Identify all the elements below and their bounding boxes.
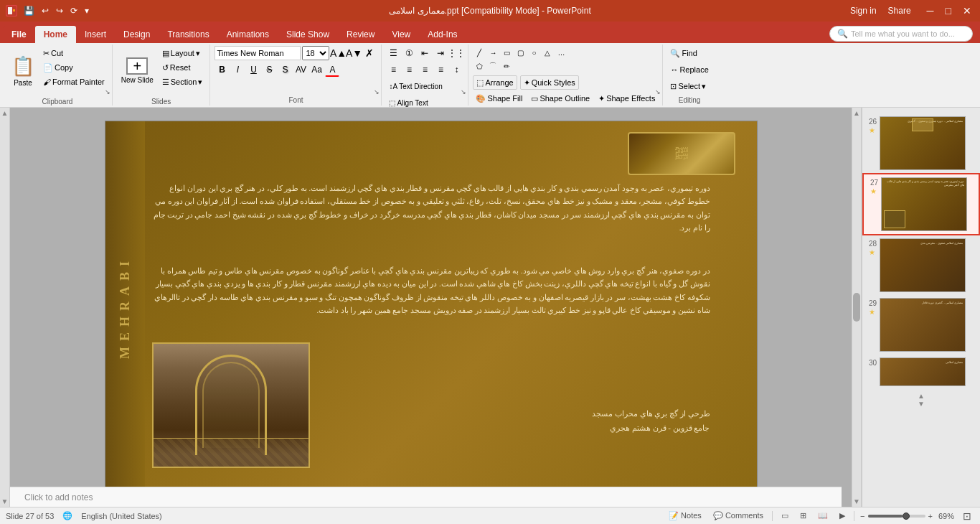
- shape-effects-button[interactable]: ✦ Shape Effects: [595, 91, 658, 106]
- section-button[interactable]: ☰ Section ▾: [159, 75, 206, 89]
- paragraph-expand-button[interactable]: ↘: [461, 88, 466, 95]
- replace-button[interactable]: ↔ Replace: [667, 62, 711, 77]
- zoom-in-button[interactable]: +: [928, 512, 933, 520]
- tab-addins[interactable]: Add-Ins: [419, 26, 466, 43]
- clear-format-button[interactable]: ✗: [362, 46, 377, 60]
- quick-styles-button[interactable]: ✦ Quick Styles: [520, 75, 579, 90]
- font-expand-button[interactable]: ↘: [374, 88, 380, 95]
- right-scroll-thumb[interactable]: [853, 293, 860, 322]
- decrease-indent-button[interactable]: ⇤: [418, 46, 432, 60]
- new-slide-button[interactable]: + New Slide: [117, 46, 158, 96]
- thumb-scroll-up-btn[interactable]: ▲: [918, 392, 925, 400]
- share-button[interactable]: Share: [888, 6, 911, 16]
- add-notes-area[interactable]: Click to add notes: [10, 487, 842, 507]
- font-name-input[interactable]: [215, 46, 301, 60]
- thumb-28-img[interactable]: معماری اسلامی صفوی - مقرنس بندی: [880, 238, 966, 292]
- shape-arrow[interactable]: →: [486, 46, 499, 59]
- drawing-expand-button[interactable]: ↘: [655, 88, 661, 95]
- shape-more[interactable]: …: [555, 46, 567, 59]
- shape-freeform[interactable]: ✏: [500, 60, 513, 72]
- thumb-29-img[interactable]: معماری اسلامی - گچبری دوره قاجار: [880, 298, 966, 352]
- thumbnail-28[interactable]: 28 ★ معماری اسلامی صفوی - مقرنس بندی: [862, 235, 980, 295]
- increase-indent-button[interactable]: ⇥: [433, 46, 448, 60]
- align-left-button[interactable]: ≡: [386, 62, 400, 77]
- tab-animations[interactable]: Animations: [218, 26, 278, 43]
- save-button[interactable]: 💾: [22, 4, 37, 17]
- char-spacing-button[interactable]: AV: [293, 62, 308, 77]
- numbering-button[interactable]: ①: [402, 46, 416, 60]
- underline-button[interactable]: U: [246, 62, 260, 77]
- shape-line[interactable]: ╱: [473, 46, 486, 59]
- shape-rounded[interactable]: ▢: [514, 46, 527, 59]
- thumb-scroll-down-btn[interactable]: ▼: [918, 400, 925, 408]
- shape-triangle[interactable]: △: [541, 46, 554, 59]
- bold-button[interactable]: B: [215, 62, 229, 77]
- italic-button[interactable]: I: [230, 62, 245, 77]
- justify-button[interactable]: ≡: [433, 62, 448, 77]
- slide-text-para2[interactable]: در دوره صفوي، هنر گچ بري وارد روش هاي خا…: [152, 265, 710, 318]
- copy-button[interactable]: 📄 Copy: [40, 60, 108, 75]
- thumb-27-img[interactable]: دوره تيموري، عصر به وجود آمدن رسمي بندي …: [881, 177, 967, 231]
- restore-button[interactable]: □: [943, 5, 954, 17]
- right-scroll-thumb-area[interactable]: [853, 117, 860, 497]
- thumb-26-img[interactable]: معماری اسلامی - دوره تیموری و صفوی - گچب…: [880, 116, 966, 170]
- strikethrough-button[interactable]: S: [262, 62, 276, 77]
- slide-canvas[interactable]: MEHRABI ﷽ دوره تيموري، عصر به وجود آمدن …: [105, 121, 758, 494]
- zoom-level[interactable]: 69%: [938, 512, 954, 520]
- normal-view-button[interactable]: ▭: [778, 510, 791, 521]
- zoom-out-button[interactable]: −: [860, 512, 864, 520]
- shape-rect[interactable]: ▭: [500, 46, 513, 59]
- tab-design[interactable]: Design: [115, 26, 159, 43]
- thumbnail-29[interactable]: 29 ★ معماری اسلامی - گچبری دوره قاجار: [862, 295, 980, 355]
- arrange-button[interactable]: ⬚ Arrange: [473, 75, 517, 90]
- right-scroll-up[interactable]: ▲: [853, 109, 860, 117]
- fit-button[interactable]: ⊡: [960, 510, 974, 523]
- comments-button[interactable]: 💬 Comments: [710, 510, 766, 521]
- minimize-button[interactable]: ─: [924, 5, 937, 17]
- font-size-decrease-button[interactable]: A▼: [347, 46, 361, 60]
- reset-button[interactable]: ↺ Reset: [159, 60, 206, 75]
- change-case-button[interactable]: Aa: [309, 62, 324, 77]
- layout-button[interactable]: ▤ Layout ▾: [159, 46, 206, 60]
- font-size-select[interactable]: 18 24 36: [302, 46, 329, 60]
- undo-button[interactable]: ↩: [39, 4, 51, 17]
- select-button[interactable]: ⊡ Select ▾: [667, 79, 711, 93]
- shape-fill-button[interactable]: 🎨 Shape Fill: [473, 91, 525, 106]
- zoom-handle[interactable]: [903, 513, 910, 520]
- reading-view-button[interactable]: 📖: [815, 510, 831, 521]
- right-scroll-down[interactable]: ▼: [853, 497, 860, 505]
- tab-insert[interactable]: Insert: [76, 26, 115, 43]
- tab-slideshow[interactable]: Slide Show: [278, 26, 338, 43]
- notes-button[interactable]: 📝 Notes: [666, 510, 705, 521]
- align-center-button[interactable]: ≡: [402, 62, 416, 77]
- slide-sorter-button[interactable]: ⊞: [797, 510, 809, 521]
- line-spacing-button[interactable]: ↕: [449, 62, 463, 77]
- columns-button[interactable]: ⋮⋮: [449, 46, 463, 60]
- shape-pentagon[interactable]: ⬠: [473, 60, 486, 72]
- font-color-button[interactable]: A: [325, 62, 339, 77]
- format-painter-button[interactable]: 🖌 Format Painter: [40, 75, 108, 89]
- tab-transitions[interactable]: Transitions: [159, 26, 217, 43]
- slide-text-para1[interactable]: دوره تيموري، عصر به وجود آمدن رسمي بندي …: [152, 182, 710, 235]
- slide-edit-area[interactable]: MEHRABI ﷽ دوره تيموري، عصر به وجود آمدن …: [10, 108, 852, 507]
- thumbnail-30[interactable]: 30 ★ معماری اسلامی: [862, 355, 980, 389]
- tell-me-input[interactable]: Tell me what you want to do...: [851, 29, 955, 38]
- thumbnail-26[interactable]: 26 ★ معماری اسلامی - دوره تیموری و صفوی …: [862, 113, 980, 173]
- customize-qat-button[interactable]: ▾: [83, 4, 91, 17]
- paste-button[interactable]: 📋 Paste: [7, 46, 39, 96]
- text-shadow-button[interactable]: S: [278, 62, 292, 77]
- scroll-up-button[interactable]: ▲: [1, 109, 9, 117]
- scroll-down-button[interactable]: ▼: [1, 497, 9, 505]
- cut-button[interactable]: ✂ Cut: [40, 46, 108, 60]
- replay-button[interactable]: ⟳: [68, 4, 80, 17]
- redo-button[interactable]: ↪: [54, 4, 65, 17]
- find-button[interactable]: 🔍 Find: [667, 46, 711, 60]
- slideshow-button[interactable]: ▶: [837, 510, 848, 521]
- tab-view[interactable]: View: [383, 26, 419, 43]
- shape-curve[interactable]: ⌒: [486, 60, 499, 72]
- close-button[interactable]: ✕: [960, 5, 974, 17]
- clipboard-expand-button[interactable]: ↘: [105, 88, 110, 95]
- text-direction-button[interactable]: ↕A Text Direction: [386, 79, 445, 93]
- zoom-slider[interactable]: − +: [860, 512, 933, 520]
- sign-in-button[interactable]: Sign in: [850, 6, 877, 16]
